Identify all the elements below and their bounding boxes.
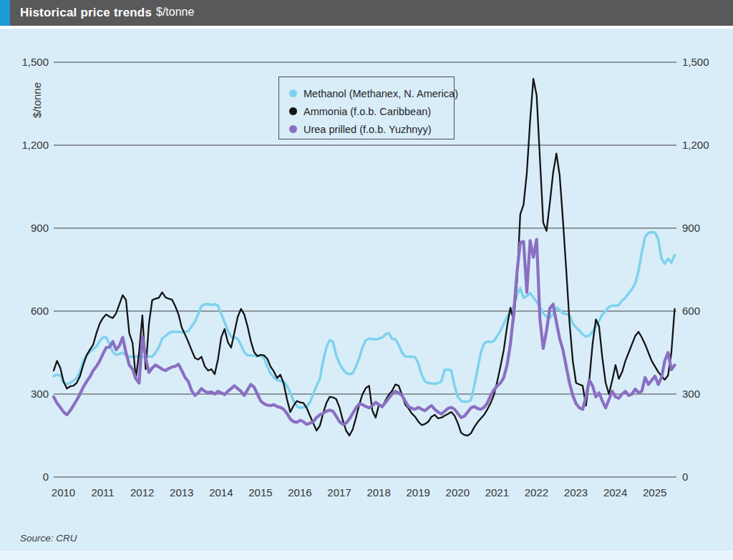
y-tick-left-0: 0 [43, 471, 49, 483]
x-tick-2013: 2013 [170, 486, 193, 498]
x-tick-2011: 2011 [91, 486, 114, 498]
y-tick-right-300: 300 [682, 388, 700, 400]
x-tick-2024: 2024 [603, 486, 627, 498]
y-tick-left-900: 900 [31, 222, 49, 234]
y-tick-right-1200: 1,200 [682, 139, 709, 151]
x-tick-2025: 2025 [643, 486, 666, 498]
y-tick-left-300: 300 [31, 388, 49, 400]
y-tick-left-600: 600 [31, 305, 49, 317]
y-tick-right-900: 900 [682, 222, 700, 234]
y-tick-left-1200: 1,200 [21, 139, 49, 151]
x-tick-2012: 2012 [130, 486, 154, 498]
x-tick-2021: 2021 [485, 486, 509, 498]
chart-legend: Methanol (Methanex, N. America) Ammonia … [278, 77, 455, 139]
legend-label-urea: Urea prilled (f.o.b. Yuzhnyy) [304, 124, 432, 135]
y-tick-right-0: 0 [682, 471, 688, 483]
y-tick-right-1500: 1,500 [682, 56, 709, 68]
legend-item-urea: Urea prilled (f.o.b. Yuzhnyy) [289, 120, 454, 138]
x-tick-2016: 2016 [288, 486, 311, 498]
x-tick-2015: 2015 [248, 486, 272, 498]
legend-label-methanol: Methanol (Methanex, N. America) [304, 88, 458, 99]
x-tick-2023: 2023 [564, 486, 588, 498]
x-tick-2018: 2018 [366, 486, 390, 498]
series-line-methanol [54, 232, 675, 408]
x-tick-2019: 2019 [407, 486, 430, 498]
x-tick-2014: 2014 [209, 486, 233, 498]
legend-item-methanol: Methanol (Methanex, N. America) [289, 84, 454, 102]
bottom-strip [0, 552, 733, 560]
x-tick-2010: 2010 [52, 486, 75, 498]
x-tick-2022: 2022 [525, 486, 548, 498]
legend-label-ammonia: Ammonia (f.o.b. Caribbean) [304, 106, 431, 117]
y-axis-label: $/tonne [31, 82, 43, 118]
urea-dot-icon [289, 125, 297, 133]
ammonia-dot-icon [289, 107, 297, 115]
source-note: Source: CRU [20, 533, 77, 544]
y-tick-left-1500: 1,500 [21, 56, 49, 68]
x-tick-2017: 2017 [327, 486, 351, 498]
y-tick-right-600: 600 [682, 305, 700, 317]
page: Historical price trends $/tonne 00300300… [0, 0, 733, 560]
methanol-dot-icon [289, 89, 297, 97]
legend-item-ammonia: Ammonia (f.o.b. Caribbean) [289, 102, 454, 120]
x-tick-2020: 2020 [446, 486, 470, 498]
